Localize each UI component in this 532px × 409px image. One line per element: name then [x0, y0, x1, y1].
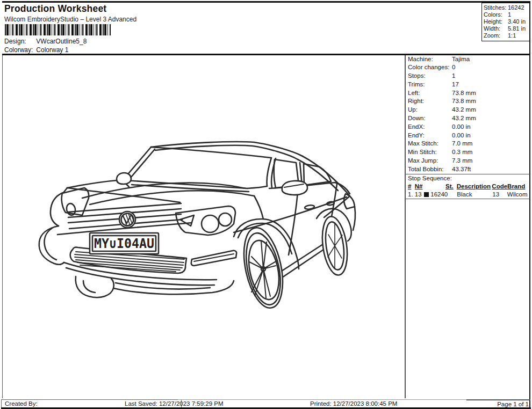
- fender-line: [254, 196, 263, 219]
- stop-sequence-title: Stop Sequence:: [406, 174, 530, 183]
- design-value: VWcarOutline5_8: [36, 38, 87, 45]
- design-label: Design:: [4, 38, 34, 45]
- machine-info-panel: Machine:Tajima Color changes:0 Stops:1 T…: [406, 55, 530, 200]
- info-up: Up:43.2 mm: [406, 106, 530, 114]
- near-mirror: [282, 180, 307, 194]
- last-saved-text: Last Saved: 12/27/2023 7:59:29 PM: [125, 400, 224, 407]
- rear-lamp: [344, 194, 355, 209]
- hood-front-edge: [63, 188, 180, 202]
- rear-wheel: [319, 215, 351, 276]
- hood-far-edge: [67, 180, 123, 188]
- car-embroidery-drawing: MY∪I04AU: [3, 55, 406, 398]
- info-max-stitch: Max Stitch:7.0 mm: [406, 140, 530, 148]
- stat-colors: Colors:1: [482, 11, 529, 18]
- license-plate: MY∪I04AU: [90, 233, 159, 254]
- footer-hairline: [178, 399, 467, 400]
- info-endx: EndX:0.00 in: [406, 123, 530, 132]
- sill-line: [280, 244, 325, 277]
- page-title: Production Worksheet: [4, 3, 106, 14]
- far-front-wheel: [76, 276, 114, 297]
- info-down: Down:43.2 mm: [406, 114, 530, 123]
- chin-line-1: [113, 281, 234, 294]
- stop-sequence-row: 1. 13 16240 Black 13 Wilcom: [406, 191, 530, 199]
- stat-height: Height:3.40 in: [482, 18, 529, 25]
- barcode: [5, 24, 111, 35]
- hood-crease-2: [90, 191, 254, 204]
- lower-grille-bars: [75, 252, 184, 272]
- printed-text: Printed: 12/27/2023 8:00:45 PM: [310, 400, 397, 407]
- production-worksheet-page: Production Worksheet Wilcom EmbroiderySt…: [0, 0, 532, 409]
- info-stops: Stops:1: [406, 72, 530, 81]
- info-trims: Trims:17: [406, 81, 530, 89]
- c-pillar-outer: [303, 156, 350, 196]
- info-machine: Machine:Tajima: [406, 55, 530, 64]
- info-endy: EndY:0.00 in: [406, 132, 530, 140]
- colorway-label: Colorway:: [4, 46, 34, 54]
- info-max-jump: Max Jump:7.3 mm: [406, 157, 530, 165]
- thread-color-swatch: [424, 192, 429, 197]
- stat-stitches: Stitches:16242: [482, 4, 529, 11]
- top-border-line: [2, 1, 530, 3]
- far-mirror: [117, 173, 131, 187]
- bumper-left-inner: [45, 228, 56, 260]
- info-min-stitch: Min Stitch:0.3 mm: [406, 148, 530, 157]
- cowl-to-pillar: [247, 186, 267, 188]
- rear-edge: [353, 207, 355, 230]
- far-front-wheel-inner: [83, 281, 95, 293]
- colorway-row: Colorway: Colorway 1: [4, 46, 68, 54]
- right-headlight-detail: [180, 215, 194, 226]
- windshield-top-edge: [151, 147, 271, 158]
- right-headlight-bulb-1: [202, 215, 219, 232]
- info-right: Right:73.8 mm: [406, 97, 530, 106]
- stop-sequence-header: # N# St. Description Code Brand: [406, 182, 530, 191]
- stats-box: Stitches:16242 Colors:1 Height:3.40 in W…: [481, 3, 530, 41]
- app-subtitle: Wilcom EmbroideryStudio – Level 3 Advanc…: [4, 16, 136, 23]
- info-left: Left:73.8 mm: [406, 89, 530, 98]
- front-wheel: [238, 224, 289, 311]
- rear-window: [304, 164, 331, 185]
- right-headlight-bulb-2: [219, 213, 232, 226]
- stat-width: Width:5.81 in: [482, 25, 529, 32]
- info-color-changes: Color changes:0: [406, 63, 530, 72]
- bumper-left-lower: [39, 226, 64, 265]
- design-preview-area: MY∪I04AU: [2, 55, 406, 398]
- design-row: Design: VWcarOutline5_8: [4, 38, 87, 45]
- colorway-value: Colorway 1: [36, 46, 68, 54]
- info-total-bobbin: Total Bobbin:43.37ft: [406, 165, 530, 174]
- license-plate-text: MY∪I04AU: [94, 236, 154, 251]
- stat-zoom: Zoom:1:1: [482, 32, 529, 39]
